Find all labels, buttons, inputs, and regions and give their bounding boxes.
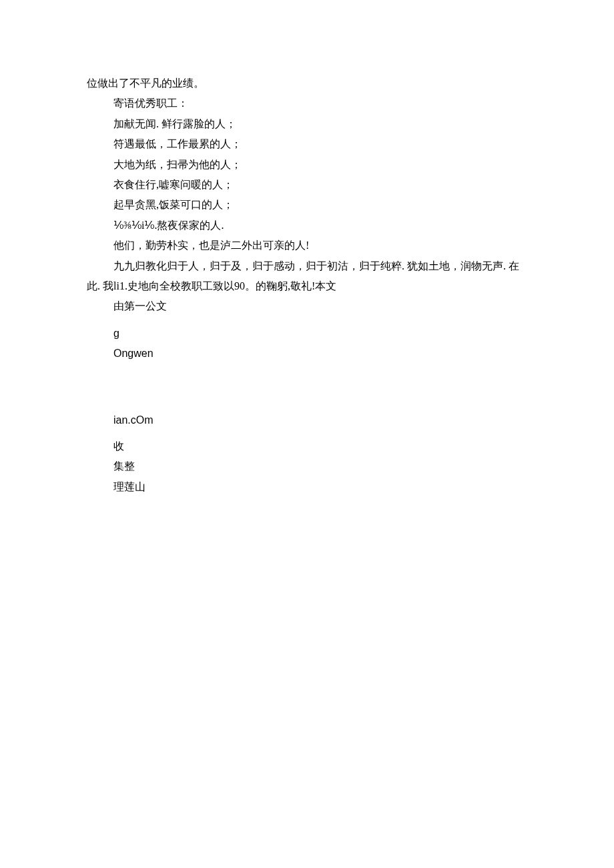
text-line: 他们，勤劳朴实，也是泸二外出可亲的人! (87, 236, 527, 256)
latin-text-line: Ongwen (87, 344, 527, 364)
text-line: 衣食住行,嘘寒问暖的人； (87, 175, 527, 195)
latin-text-line: ian.cOm (87, 410, 527, 430)
text-line: 寄语优秀职工： (87, 93, 527, 113)
text-line: 大地为纸，扫帚为他的人； (87, 155, 527, 175)
text-line: 由第一公文 (87, 296, 527, 316)
text-line: 集整 (87, 456, 527, 476)
text-line: 理莲山 (87, 477, 527, 497)
text-line: 加献无闻. 鲜行露脸的人； (87, 114, 527, 134)
text-line: 位做出了不平凡的业绩。 (87, 73, 527, 93)
latin-text-line: g (87, 324, 527, 344)
text-line: 起早贪黑,饭菜可口的人； (87, 195, 527, 215)
document-body: 位做出了不平凡的业绩。 寄语优秀职工： 加献无闻. 鲜行露脸的人； 符遇最低，工… (87, 73, 527, 497)
text-line: ⅟₀⅜⅟₀i⅟₀.熬夜保家的人. (87, 215, 527, 236)
text-line: 此. 我li1.史地向全校教职工致以90。的鞠躬,敬礼!本文 (87, 276, 527, 296)
text-line: 九九归教化归于人，归于及，归于感动，归于初沽，归于纯粹. 犹如土地，润物无声. … (87, 256, 527, 276)
text-line: 符遇最低，工作最累的人； (87, 134, 527, 154)
text-line: 收 (87, 436, 527, 456)
